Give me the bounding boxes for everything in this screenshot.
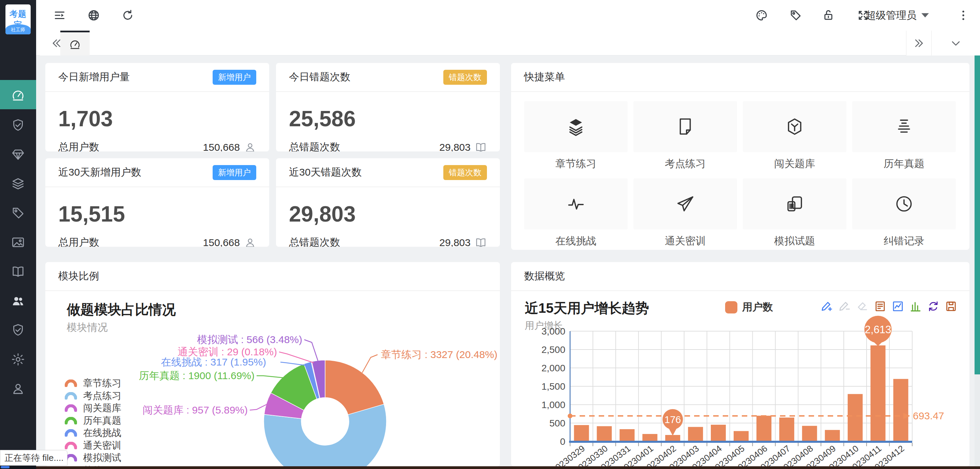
bar[interactable] — [665, 435, 680, 441]
lock-icon[interactable] — [821, 8, 835, 22]
quick-menu-item[interactable]: 纠错记录 — [852, 178, 956, 250]
sidebar-item-shield-check-2[interactable] — [0, 315, 36, 345]
quick-menu-tile[interactable] — [743, 101, 846, 152]
bar[interactable] — [597, 426, 612, 441]
text-lines-icon — [894, 117, 914, 136]
quick-menu-label: 章节练习 — [524, 152, 628, 178]
user-menu[interactable]: 超级管理员 — [865, 0, 929, 31]
sidebar-item-tag[interactable] — [0, 198, 36, 228]
lock-open-icon — [822, 9, 835, 22]
quick-menu-tile[interactable] — [524, 178, 628, 230]
quick-menu-label: 闯关题库 — [743, 152, 846, 178]
user-icon — [244, 236, 256, 247]
sidebar-item-image[interactable] — [0, 228, 36, 257]
shield-check-icon — [11, 118, 25, 132]
shield-check-2-icon — [11, 323, 25, 337]
scrollbar-thumb[interactable] — [975, 55, 980, 374]
app-logo[interactable]: 考题宝 社工师 — [5, 5, 31, 34]
sidebar-item-gear[interactable] — [0, 345, 36, 374]
bottom-window-edge — [0, 466, 980, 469]
quick-menu-tile[interactable] — [524, 101, 628, 152]
quick-menu-tile[interactable] — [743, 178, 846, 230]
tag-icon — [789, 9, 802, 22]
bar[interactable] — [733, 431, 749, 442]
bar[interactable] — [893, 379, 908, 441]
bar[interactable] — [848, 394, 863, 441]
pie-legend-item[interactable]: 通关密训 — [65, 439, 121, 452]
palette-icon[interactable] — [754, 8, 769, 22]
y-axis-tick: 2,000 — [541, 363, 565, 373]
bar[interactable] — [825, 430, 840, 441]
tabs-scroll-right-icon[interactable] — [906, 31, 931, 55]
bar[interactable] — [779, 418, 794, 441]
sidebar-item-users[interactable] — [0, 286, 36, 315]
legend-label: 历年真题 — [83, 414, 121, 427]
sidebar-item-user-outline[interactable] — [0, 374, 36, 403]
bar[interactable] — [642, 434, 657, 441]
pie-label-line — [304, 340, 318, 361]
tabs-dropdown-icon[interactable] — [931, 31, 980, 55]
users-icon — [11, 294, 25, 308]
clock-icon — [894, 194, 914, 214]
quick-menu-tile[interactable] — [852, 178, 956, 230]
y-axis-tick: 1,500 — [541, 381, 565, 392]
kebab-menu-icon[interactable] — [956, 8, 970, 22]
bar[interactable] — [870, 345, 886, 441]
quick-menu-label: 通关密训 — [633, 230, 737, 250]
bar[interactable] — [574, 425, 589, 441]
tag-icon — [11, 206, 25, 220]
globe-icon[interactable] — [87, 8, 101, 22]
pie-legend-item[interactable]: 考点练习 — [65, 389, 121, 402]
sidebar-item-dashboard[interactable] — [0, 80, 36, 109]
scrollbar-track[interactable] — [975, 55, 980, 469]
sidebar-item-shield-check[interactable] — [0, 111, 36, 140]
layers-filled-icon — [566, 117, 586, 136]
quick-menu-item[interactable]: 考点练习 — [633, 101, 737, 178]
pie-legend-item[interactable]: 历年真题 — [65, 414, 121, 427]
pie-callout-label: 模拟测试 : 566 (3.48%) — [197, 333, 302, 347]
sidebar-item-layers[interactable] — [0, 169, 36, 198]
bar[interactable] — [802, 426, 817, 441]
quick-menu-item[interactable]: 历年真题 — [852, 101, 956, 178]
bar[interactable] — [756, 415, 772, 441]
pie-legend-item[interactable]: 其他 — [65, 464, 102, 467]
tab-dashboard[interactable] — [60, 31, 90, 55]
quick-menu-item[interactable]: 在线挑战 — [524, 178, 628, 250]
quick-menu-tile[interactable] — [633, 101, 737, 152]
quick-menu-card: 快捷菜单 章节练习考点练习闯关题库历年真题在线挑战通关密训模拟试题纠错记录 — [511, 63, 969, 250]
refresh-icon[interactable] — [121, 8, 135, 22]
gear-icon — [11, 352, 25, 366]
bar[interactable] — [619, 429, 635, 441]
collapse-menu-icon — [53, 9, 66, 22]
pie-label-line — [256, 376, 284, 378]
pie-legend-item[interactable]: 闯关题库 — [65, 402, 121, 415]
stat-card: 近30天新增用户数新增用户15,515总用户数150,668 — [45, 158, 269, 247]
chevron-down-icon — [950, 38, 962, 49]
bar[interactable] — [711, 425, 726, 441]
sidebar-item-book[interactable] — [0, 257, 36, 286]
legend-label: 在线挑战 — [83, 426, 121, 439]
quick-menu-item[interactable]: 章节练习 — [524, 101, 628, 178]
quick-menu-title: 快捷菜单 — [511, 63, 969, 92]
legend-arc-icon — [65, 379, 77, 387]
pie-legend-item[interactable]: 在线挑战 — [65, 426, 121, 439]
copy-pages-icon — [785, 194, 805, 214]
quick-menu-item[interactable]: 模拟试题 — [743, 178, 846, 250]
bar[interactable] — [688, 427, 703, 441]
tag-icon[interactable] — [789, 8, 803, 22]
pie-legend-item[interactable]: 模拟测试 — [65, 451, 121, 464]
pulse-icon — [566, 194, 586, 214]
y-axis-tick: 2,500 — [541, 344, 565, 355]
bar-chart[interactable]: 05001,0001,5002,0002,5003,00020230329202… — [511, 262, 969, 466]
quick-menu-tile[interactable] — [852, 101, 956, 152]
stat-card-title: 今日新增用户量 — [58, 70, 130, 84]
pie-legend-item[interactable]: 章节练习 — [65, 377, 121, 390]
cube-icon — [785, 117, 805, 136]
pie-slice[interactable] — [325, 360, 384, 415]
quick-menu-item[interactable]: 闯关题库 — [743, 101, 846, 178]
quick-menu-item[interactable]: 通关密训 — [633, 178, 737, 250]
pie-label-line — [362, 355, 377, 373]
collapse-menu-icon[interactable] — [52, 8, 67, 22]
quick-menu-tile[interactable] — [633, 178, 737, 230]
sidebar-item-gem[interactable] — [0, 140, 36, 169]
